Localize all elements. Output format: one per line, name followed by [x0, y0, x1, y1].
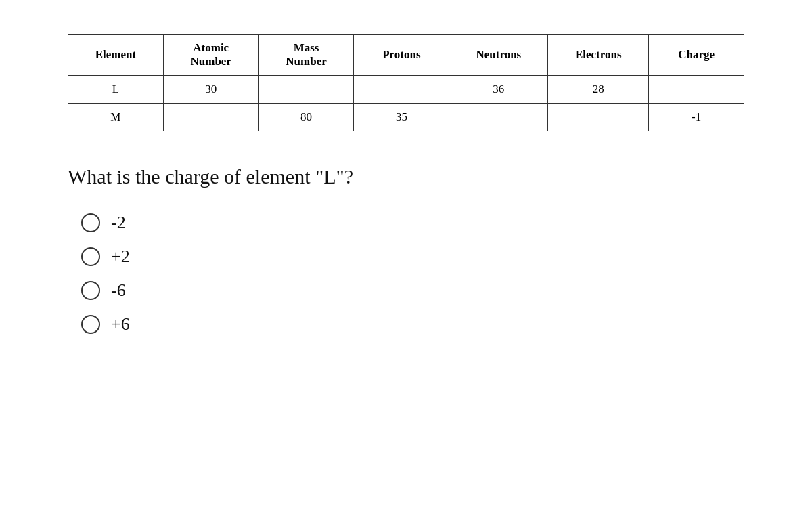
element-table: Element AtomicNumber MassNumber Protons …: [68, 34, 744, 131]
radio-positive-6[interactable]: [81, 315, 100, 334]
col-header-atomic-number: AtomicNumber: [163, 35, 258, 76]
cell-charge-M: -1: [649, 104, 744, 131]
col-header-charge: Charge: [649, 35, 744, 76]
cell-neutrons-M: [449, 104, 548, 131]
option-positive-6[interactable]: +6: [81, 314, 130, 335]
cell-mass-number-L: [258, 76, 354, 104]
option-label-positive-2: +2: [111, 247, 130, 267]
answer-options: -2 +2 -6 +6: [81, 213, 130, 335]
cell-atomic-number-L: 30: [163, 76, 258, 104]
col-header-protons: Protons: [354, 35, 449, 76]
option-label-negative-6: -6: [111, 280, 126, 301]
question-text: What is the charge of element "L"?: [68, 165, 353, 188]
option-label-positive-6: +6: [111, 314, 130, 335]
cell-charge-L: [649, 76, 744, 104]
col-header-neutrons: Neutrons: [449, 35, 548, 76]
option-negative-2[interactable]: -2: [81, 213, 130, 233]
cell-element-M: M: [68, 104, 164, 131]
table-row: M 80 35 -1: [68, 104, 744, 131]
col-header-element: Element: [68, 35, 164, 76]
cell-protons-L: [354, 76, 449, 104]
cell-element-L: L: [68, 76, 164, 104]
cell-neutrons-L: 36: [449, 76, 548, 104]
option-label-negative-2: -2: [111, 213, 126, 233]
radio-negative-2[interactable]: [81, 213, 100, 232]
cell-protons-M: 35: [354, 104, 449, 131]
cell-mass-number-M: 80: [258, 104, 354, 131]
col-header-electrons: Electrons: [548, 35, 649, 76]
radio-positive-2[interactable]: [81, 247, 100, 266]
table-row: L 30 36 28: [68, 76, 744, 104]
cell-electrons-M: [548, 104, 649, 131]
option-positive-2[interactable]: +2: [81, 247, 130, 267]
radio-negative-6[interactable]: [81, 281, 100, 300]
option-negative-6[interactable]: -6: [81, 280, 130, 301]
col-header-mass-number: MassNumber: [258, 35, 354, 76]
cell-electrons-L: 28: [548, 76, 649, 104]
cell-atomic-number-M: [163, 104, 258, 131]
